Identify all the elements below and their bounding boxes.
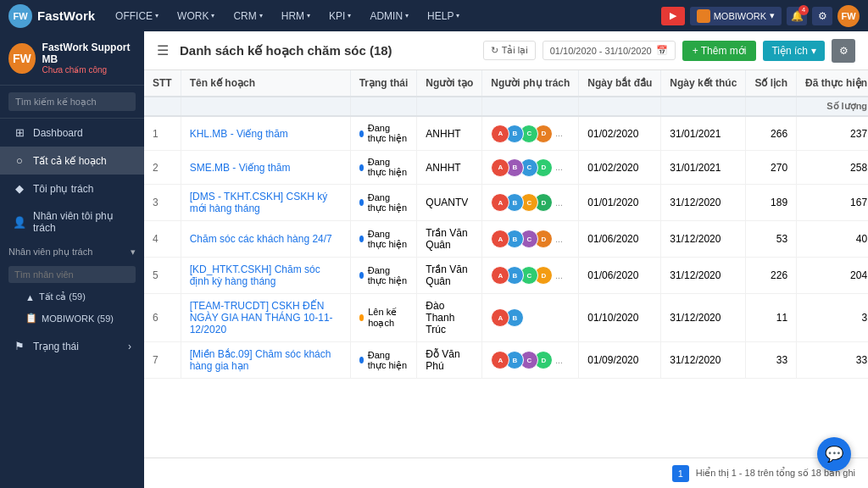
nav-crm[interactable]: CRM ▾ <box>226 0 269 31</box>
refresh-button[interactable]: ↻ Tải lại <box>483 41 536 60</box>
table-container: STT Tên kế hoạch Trạng thái Người tạo Ng… <box>144 70 868 458</box>
cell-so-lich: 226 <box>746 258 797 294</box>
sidebar-item-dashboard[interactable]: ⊞ Dashboard <box>0 119 144 147</box>
cell-assignees: ABCD... <box>482 185 579 221</box>
col-end-date: Ngày kết thúc <box>661 70 746 97</box>
add-button[interactable]: + Thêm mới <box>682 41 757 61</box>
cell-creator: Đỗ Văn Phú <box>417 342 482 379</box>
table-row: 3 [DMS - TKHT.CSKH] CSKH ký mới hàng thá… <box>144 185 868 221</box>
cell-da-thuc-hien: 167 <box>797 185 868 221</box>
cell-status: Đang thực hiện <box>350 342 417 379</box>
main-content: ☰ Danh sách kế hoạch chăm sóc (18) ↻ Tải… <box>144 31 868 488</box>
sidebar-item-my-plans[interactable]: ◆ Tôi phụ trách <box>0 175 144 202</box>
nav-kpi[interactable]: KPI ▾ <box>322 0 358 31</box>
sidebar-item-employee-plans[interactable]: 👤 Nhân viên tôi phụ trách <box>0 202 144 241</box>
user-avatar[interactable]: FW <box>837 5 860 27</box>
cell-da-thuc-hien: 33 <box>797 342 868 379</box>
cell-so-lich: 266 <box>746 116 797 151</box>
cell-end-date: 31/12/2020 <box>661 258 746 294</box>
chevron-down-icon: ▾ <box>155 12 159 19</box>
cell-da-thuc-hien: 204 <box>797 258 868 294</box>
search-input[interactable] <box>8 92 136 111</box>
cell-so-lich: 11 <box>746 294 797 342</box>
table-row: 7 [Miền Bắc.09] Chăm sóc khách hàng gia … <box>144 342 868 379</box>
plan-link[interactable]: [TEAM-TRUCDT] CSKH ĐẾN NGÀY GIA HAN THÁN… <box>190 300 333 336</box>
sidebar-user-details: FastWork Support MB Chưa chấm công <box>42 42 136 75</box>
status-text: Đang thực hiện <box>368 123 409 144</box>
more-dots: ... <box>555 271 562 280</box>
sidebar-sub-all[interactable]: ▲ Tất cả (59) <box>4 286 144 308</box>
cell-so-lich: 53 <box>746 221 797 258</box>
cell-so-lich: 33 <box>746 342 797 379</box>
nav-office[interactable]: OFFICE ▾ <box>108 0 165 31</box>
logo-area[interactable]: FW FastWork <box>8 4 95 28</box>
plan-link[interactable]: SME.MB - Viếng thăm <box>190 162 291 174</box>
table-row: 2 SME.MB - Viếng thăm Đang thực hiện ANH… <box>144 151 868 185</box>
cell-stt: 4 <box>144 221 181 258</box>
cell-start-date: 01/02/2020 <box>579 151 661 185</box>
plan-link[interactable]: [Miền Bắc.09] Chăm sóc khách hàng gia hạ… <box>190 348 331 372</box>
settings-button[interactable]: ⚙ <box>832 39 855 63</box>
nav-admin[interactable]: ADMIN ▾ <box>363 0 415 31</box>
status-dot <box>359 130 364 137</box>
status-text: Đang thực hiện <box>368 350 409 371</box>
mobiwork-button[interactable]: MOBIWORK ▾ <box>690 7 782 25</box>
cell-status: Đang thực hiện <box>350 185 417 221</box>
cell-end-date: 31/12/2020 <box>661 294 746 342</box>
cell-name: [KD_HTKT.CSKH] Chăm sóc định kỳ hàng thá… <box>181 258 350 294</box>
status-text: Đang thực hiện <box>368 157 409 178</box>
plan-link[interactable]: [DMS - TKHT.CSKH] CSKH ký mới hàng tháng <box>190 191 327 214</box>
settings-button[interactable]: ⚙ <box>812 7 832 25</box>
cell-end-date: 31/12/2020 <box>661 185 746 221</box>
sidebar-sub-items: ▲ Tất cả (59) 📋 MOBIWORK (59) <box>0 286 144 329</box>
col-assignee: Người phụ trách <box>482 70 579 97</box>
nav-right-area: ▶ MOBIWORK ▾ 🔔 4 ⚙ FW <box>661 5 860 27</box>
chat-button[interactable]: 💬 <box>817 437 851 471</box>
sidebar-user-info: FW FastWork Support MB Chưa chấm công <box>0 31 144 86</box>
nav-help[interactable]: HELP ▾ <box>420 0 466 31</box>
cell-name: KHL.MB - Viếng thăm <box>181 116 350 151</box>
table-row: 6 [TEAM-TRUCDT] CSKH ĐẾN NGÀY GIA HAN TH… <box>144 294 868 342</box>
cell-status: Đang thực hiện <box>350 258 417 294</box>
page-number[interactable]: 1 <box>672 465 689 482</box>
sidebar-section-employee: Nhân viên phụ trách ▾ <box>0 241 144 263</box>
logo-text: FastWork <box>37 8 95 23</box>
diamond-icon: ◆ <box>13 182 26 195</box>
status-text: Lên kế hoạch <box>368 307 408 329</box>
cell-start-date: 01/09/2020 <box>579 342 661 379</box>
cell-assignees: ABCD... <box>482 221 579 258</box>
gear-icon: ⚙ <box>839 45 849 57</box>
cell-stt: 3 <box>144 185 181 221</box>
nav-work[interactable]: WORK ▾ <box>170 0 221 31</box>
col-start-date: Ngày bắt đầu <box>579 70 661 97</box>
chevron-down-icon: ▾ <box>456 12 459 19</box>
menu-icon[interactable]: ☰ <box>157 42 169 58</box>
youtube-button[interactable]: ▶ <box>661 7 685 25</box>
status-dot <box>359 236 364 242</box>
sidebar-item-all-plans[interactable]: ○ Tất cả kế hoạch <box>0 147 144 175</box>
notification-button[interactable]: 🔔 4 <box>787 7 807 25</box>
plan-link[interactable]: Chăm sóc các khách hàng 24/7 <box>190 233 332 245</box>
cell-creator: ANHHT <box>417 151 482 185</box>
cell-da-thuc-hien: 40 <box>797 221 868 258</box>
status-dot <box>359 199 364 206</box>
sidebar-item-status[interactable]: ⚑ Trạng thái › <box>0 332 144 360</box>
plan-link[interactable]: KHL.MB - Viếng thăm <box>190 128 288 140</box>
nav-hrm[interactable]: HRM ▾ <box>275 0 317 31</box>
cell-end-date: 31/01/2021 <box>661 151 746 185</box>
plan-link[interactable]: [KD_HTKT.CSKH] Chăm sóc định kỳ hàng thá… <box>190 263 320 287</box>
date-range-picker[interactable]: 01/10/2020 - 31/10/2020 📅 <box>542 41 676 60</box>
chevron-down-icon: ▾ <box>131 247 136 258</box>
sidebar-sub-mobiwork[interactable]: 📋 MOBIWORK (59) <box>4 308 144 329</box>
cell-start-date: 01/06/2020 <box>579 258 661 294</box>
tien-ich-button[interactable]: Tiện ích ▾ <box>763 41 825 61</box>
cell-start-date: 01/01/2020 <box>579 185 661 221</box>
user-icon: 👤 <box>13 216 26 229</box>
dashboard-icon: ⊞ <box>13 126 26 139</box>
table-sub-header-row: Số lượng <box>144 97 868 116</box>
cell-start-date: 01/10/2020 <box>579 294 661 342</box>
status-dot <box>359 357 364 363</box>
cell-assignees: AB <box>482 294 579 342</box>
employee-search-input[interactable] <box>8 266 136 283</box>
table-row: 4 Chăm sóc các khách hàng 24/7 Đang thực… <box>144 221 868 258</box>
